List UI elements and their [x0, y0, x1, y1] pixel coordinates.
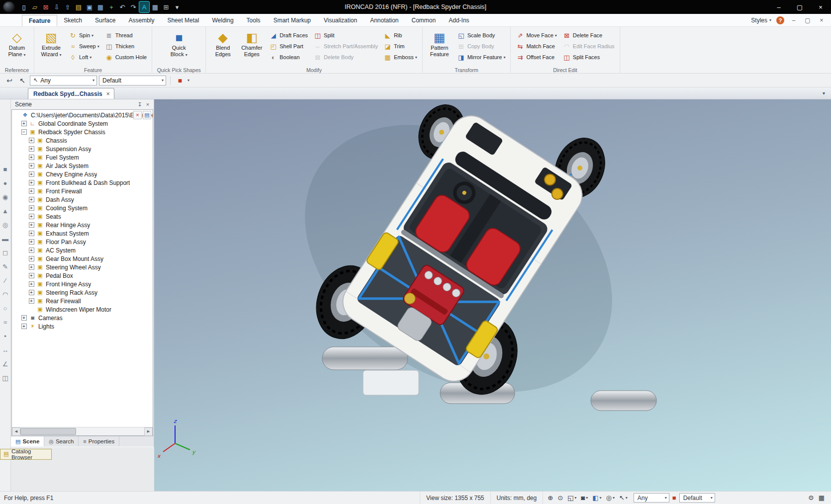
qat-button[interactable]: A: [139, 1, 149, 12]
ribbon-close-button[interactable]: ×: [817, 16, 826, 25]
tree-item[interactable]: ▣ Windscreen Wiper Motor: [12, 305, 153, 314]
tree-expander[interactable]: [29, 256, 34, 261]
qat-button[interactable]: +: [106, 1, 116, 12]
ribbon-button[interactable]: ▦Emboss▾: [381, 52, 419, 63]
tree-item[interactable]: ▣ Air Jack System: [12, 162, 153, 170]
ribbon-button[interactable]: ◪Trim: [381, 41, 419, 52]
qat-button[interactable]: ▦: [95, 1, 105, 12]
qat-button[interactable]: ▯: [19, 1, 29, 12]
qat-button[interactable]: ↶: [117, 1, 127, 12]
tree-expander[interactable]: [21, 121, 27, 126]
ribbon-button[interactable]: ◱Scale Body: [455, 30, 508, 41]
ribbon-button[interactable]: ◨Mirror Feature▾: [455, 52, 508, 63]
left-tool-button[interactable]: ∕: [0, 274, 10, 286]
tree-item[interactable]: ▣ Exhaust System: [12, 229, 153, 238]
left-tool-button[interactable]: ◎: [0, 219, 10, 231]
ribbon-button[interactable]: ◫Split Faces: [560, 52, 617, 63]
left-tool-button[interactable]: ■: [0, 163, 10, 175]
status-tool-button[interactable]: ◧ ▾: [591, 494, 603, 502]
ribbon-button[interactable]: ◠Edit Face Radius: [560, 41, 617, 52]
ribbon-restore-button[interactable]: ▢: [803, 16, 812, 25]
qat-button[interactable]: ⇩: [52, 1, 62, 12]
status-tool-button[interactable]: ▦: [817, 494, 826, 502]
styles-dropdown[interactable]: Styles▾: [751, 17, 771, 24]
tree-expander[interactable]: [29, 239, 34, 245]
tree-item[interactable]: ▣ AC System: [12, 246, 153, 254]
ribbon-tab[interactable]: Feature: [22, 15, 57, 26]
tree-expander[interactable]: [29, 188, 34, 194]
left-tool-button[interactable]: ✎: [0, 260, 10, 272]
left-tool-button[interactable]: ●: [0, 177, 10, 189]
ribbon-button[interactable]: ⇆Match Face: [514, 41, 558, 52]
qat-button[interactable]: ⊠: [41, 1, 51, 12]
minimize-button[interactable]: –: [768, 0, 789, 14]
ribbon-button[interactable]: ◐Boolean: [267, 52, 310, 63]
left-tool-button[interactable]: ≈: [0, 316, 10, 328]
ironcad-logo[interactable]: [3, 1, 15, 12]
scroll-thumb[interactable]: [20, 428, 76, 435]
tree-expander[interactable]: [21, 315, 27, 321]
left-tool-button[interactable]: ↔: [0, 344, 10, 356]
tree-expander[interactable]: [29, 273, 34, 278]
tree-item[interactable]: ▣ Pedal Box: [12, 271, 153, 280]
tree-item[interactable]: ▣ Rear Hinge Assy: [12, 221, 153, 229]
catalog-browser-button[interactable]: ▤ Catalog Browser: [0, 449, 52, 460]
panel-tab[interactable]: ◎ Search: [44, 436, 79, 446]
tree-expander[interactable]: [29, 180, 34, 185]
tab-close-icon[interactable]: ×: [106, 90, 110, 97]
tree-expander[interactable]: [29, 197, 34, 202]
tree-item[interactable]: ▣ Front Hinge Assy: [12, 280, 153, 288]
status-tool-button[interactable]: ⊙: [556, 494, 564, 502]
tree-item[interactable]: ◙ Cameras: [12, 314, 153, 322]
left-tool-button[interactable]: ○: [0, 302, 10, 314]
ribbon-tab[interactable]: Sketch: [57, 15, 89, 26]
tree-expander[interactable]: [29, 171, 34, 177]
tree-expander[interactable]: [29, 231, 34, 236]
qat-button[interactable]: ⊞: [161, 1, 171, 12]
tree-item[interactable]: ∟ Global Coordinate System: [12, 119, 153, 128]
ribbon-tab[interactable]: Sheet Metal: [161, 15, 205, 26]
ribbon-button[interactable]: ◣Rib: [381, 30, 419, 41]
tree-item[interactable]: ▣ Front Bulkhead & Dash Support: [12, 178, 153, 187]
help-button[interactable]: ?: [776, 16, 784, 24]
left-tool-button[interactable]: ◻: [0, 247, 10, 258]
tree-item[interactable]: ▣ Front Firewall: [12, 187, 153, 195]
clear-selection-button[interactable]: ×: [133, 111, 142, 119]
tree-item[interactable]: ▣ Suspension Assy: [12, 145, 153, 153]
panel-tab[interactable]: ≡ Properties: [79, 436, 119, 446]
tree-item[interactable]: ☀ Lights: [12, 322, 153, 331]
scroll-left-button[interactable]: ◀: [12, 427, 20, 436]
ribbon-tab[interactable]: Welding: [205, 15, 240, 26]
3d-viewport[interactable]: z y x: [154, 99, 831, 491]
ribbon-big-button[interactable]: ■ QuickBlock▾: [165, 28, 193, 58]
ribbon-minimize-button[interactable]: –: [789, 16, 798, 25]
panel-tab[interactable]: ▤ Scene: [11, 436, 44, 446]
qat-button[interactable]: ↷: [128, 1, 138, 12]
left-tool-button[interactable]: ◫: [0, 372, 10, 384]
qat-button[interactable]: ▤: [74, 1, 84, 12]
status-tool-button[interactable]: ◎ ▾: [605, 494, 616, 502]
tree-item[interactable]: ▣ Chevy Engine Assy: [12, 170, 153, 178]
material-color-button[interactable]: ■: [671, 494, 678, 502]
qat-button[interactable]: ▦: [150, 1, 160, 12]
left-tool-button[interactable]: ◠: [0, 288, 10, 300]
status-tool-button[interactable]: ⊕: [546, 494, 554, 502]
tree-item[interactable]: ▣ Steering Wheel Assy: [12, 263, 153, 271]
scroll-right-button[interactable]: ▶: [144, 427, 153, 436]
tree-item[interactable]: ▣ Cooling System: [12, 204, 153, 212]
horizontal-scrollbar[interactable]: ◀ ▶: [12, 427, 153, 435]
tree-item[interactable]: ▣ Rear Firewall: [12, 297, 153, 305]
ribbon-tab[interactable]: Annotation: [364, 15, 405, 26]
pin-button[interactable]: ↧: [136, 100, 144, 108]
maximize-button[interactable]: ▢: [789, 0, 810, 14]
qat-button[interactable]: ⇧: [63, 1, 73, 12]
status-filter-dropdown[interactable]: Any ▾: [634, 493, 669, 503]
tree-expander[interactable]: [29, 281, 34, 287]
ribbon-big-button[interactable]: ◆ BlendEdges: [209, 28, 237, 57]
tree-expander[interactable]: [29, 146, 34, 152]
ribbon-button[interactable]: ⊠Delete Body: [311, 52, 380, 63]
left-tool-button[interactable]: •: [0, 330, 10, 342]
ribbon-button[interactable]: ◰Shell Part: [267, 41, 310, 52]
left-tool-button[interactable]: ▬: [0, 233, 10, 245]
ribbon-big-button[interactable]: ▧ ExtrudeWizard▾: [37, 28, 65, 58]
